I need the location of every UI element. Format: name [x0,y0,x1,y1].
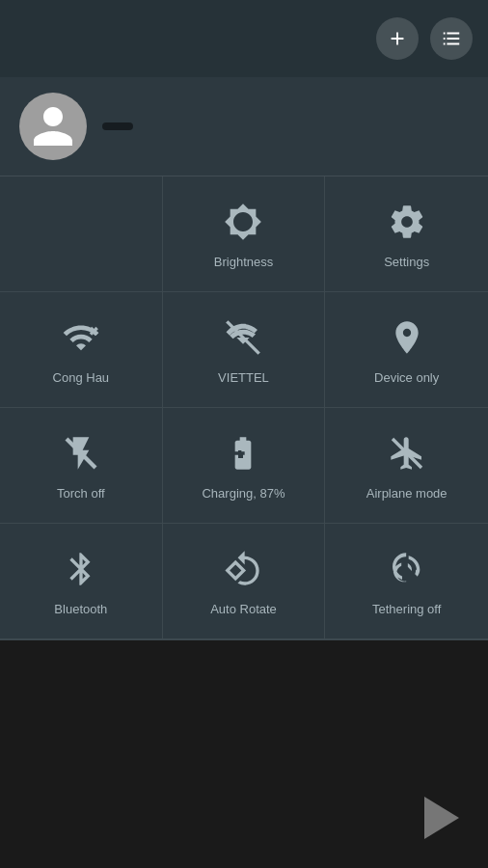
menu-button[interactable] [430,17,473,60]
airplane-icon [384,430,430,476]
avatar [19,93,87,160]
quick-item-spacer [0,176,163,292]
tethering-icon [384,546,430,592]
location-icon [384,314,430,361]
mobile-data-label: VIETTEL [218,370,269,385]
quick-item-rotate[interactable]: Auto Rotate [163,524,326,639]
quick-item-tethering[interactable]: Tethering off [325,524,488,639]
charging-label: Charging, 87% [202,486,285,501]
torch-label: Torch off [57,486,105,501]
wifi-label: Cong Hau [53,370,110,385]
quick-settings-grid: BrightnessSettingsCong HauVIETTELDevice … [0,176,488,640]
brightness-label: Brightness [214,255,273,269]
quick-item-charging[interactable]: Charging, 87% [163,408,326,524]
location-label: Device only [374,370,439,385]
tethering-label: Tethering off [372,602,441,616]
brightness-icon [220,199,266,245]
airplane-label: Airplane mode [366,486,447,501]
bluetooth-icon [58,546,104,592]
quick-item-brightness[interactable]: Brightness [163,176,326,292]
charging-icon [220,430,266,476]
quick-item-wifi[interactable]: Cong Hau [0,292,163,408]
rotate-label: Auto Rotate [210,602,277,616]
add-button[interactable] [376,17,419,60]
quick-item-mobile-data[interactable]: VIETTEL [163,292,326,408]
settings-label: Settings [384,255,429,269]
play-button[interactable] [424,797,459,839]
quick-item-settings[interactable]: Settings [325,176,488,292]
torch-icon [58,430,104,476]
user-row[interactable] [0,77,488,176]
wifi-icon [58,314,104,361]
user-name-label [102,122,133,130]
quick-item-airplane[interactable]: Airplane mode [325,408,488,524]
status-bar [0,0,488,77]
quick-item-bluetooth[interactable]: Bluetooth [0,524,163,639]
notification-panel: BrightnessSettingsCong HauVIETTELDevice … [0,77,488,640]
quick-item-torch[interactable]: Torch off [0,408,163,524]
bluetooth-label: Bluetooth [54,602,107,616]
status-right [376,17,473,60]
settings-icon [384,199,430,245]
quick-item-location[interactable]: Device only [325,292,488,408]
rotate-icon [220,546,266,592]
mobile-data-icon [220,314,266,361]
